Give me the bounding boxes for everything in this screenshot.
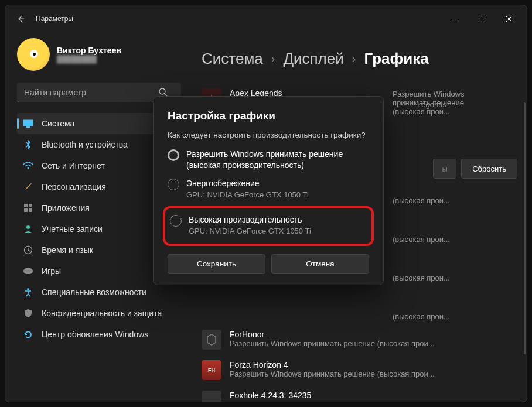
app-icon	[202, 391, 221, 402]
app-row[interactable]: (высокая прои...	[393, 312, 504, 321]
option-label: Энергосбережение	[186, 178, 309, 189]
nav-label: Учетные записи	[42, 224, 103, 234]
app-row[interactable]: (высокая прои...	[393, 235, 504, 244]
shield-icon	[23, 308, 33, 319]
nav-label: Приложения	[42, 203, 90, 213]
app-description: Разрешить Windows принимать решение (выс…	[230, 339, 435, 348]
radio-icon	[168, 149, 179, 161]
radio-icon	[168, 179, 179, 190]
nav-privacy[interactable]: Конфиденциальность и защита	[17, 303, 179, 324]
option-gpu: GPU: NVIDIA GeForce GTX 1050 Ti	[189, 227, 311, 235]
dialog-title: Настройка графики	[168, 110, 369, 122]
game-icon	[23, 266, 33, 276]
options-button[interactable]: ы	[433, 159, 456, 179]
crumb-display[interactable]: Дисплей	[283, 50, 343, 68]
app-extra: Legends	[417, 100, 446, 109]
app-name: ForHonor	[230, 330, 435, 339]
window-title: Параметры	[36, 15, 73, 23]
nav-label: Bluetooth и устройства	[42, 140, 128, 149]
svg-point-14	[26, 225, 30, 229]
app-description: Разрешить Windows принимать решение (выс…	[230, 370, 435, 378]
avatar	[17, 38, 50, 71]
chevron-right-icon: ›	[271, 52, 275, 66]
option-label: Высокая производительность	[189, 214, 311, 225]
nav-label: Сеть и Интернет	[42, 161, 105, 170]
clock-icon	[23, 245, 33, 255]
app-row[interactable]: ForHonorРазрешить Windows принимать реше…	[202, 330, 500, 350]
option-gpu: GPU: NVIDIA GeForce GTX 1050 Ti	[186, 190, 309, 199]
bluetooth-icon	[23, 139, 33, 150]
app-description: (высокая прои...	[393, 273, 450, 282]
app-row[interactable]: Foxhole.4.24.3: 34235	[202, 391, 500, 402]
svg-point-19	[27, 288, 29, 290]
graphics-preference-dialog: Настройка графики Как следует настроить …	[153, 96, 384, 285]
app-row[interactable]: FH Forza Horizon 4Разрешить Windows прин…	[202, 360, 500, 380]
option-power-saving[interactable]: ЭнергосбережениеGPU: NVIDIA GeForce GTX …	[168, 178, 369, 199]
svg-point-5	[159, 88, 165, 94]
accessibility-icon	[23, 287, 33, 297]
app-row[interactable]: (высокая прои...	[393, 273, 504, 282]
app-description: (высокая прои...	[393, 196, 450, 205]
svg-rect-11	[29, 204, 32, 207]
back-button[interactable]	[13, 12, 28, 26]
minimize-button[interactable]	[441, 9, 468, 28]
apps-icon	[23, 203, 33, 213]
app-description: (высокая прои...	[393, 235, 450, 244]
svg-rect-7	[23, 120, 33, 126]
svg-line-17	[28, 250, 30, 251]
radio-icon	[170, 215, 182, 227]
breadcrumb: Система › Дисплей › Графика	[202, 50, 521, 68]
desktop-icon	[23, 118, 33, 129]
brush-icon	[23, 182, 33, 192]
dialog-question: Как следует настроить производительность…	[168, 131, 369, 139]
chevron-right-icon: ›	[352, 52, 356, 66]
nav-label: Персонализация	[42, 182, 106, 191]
nav-label: Система	[42, 119, 74, 128]
nav-label: Конфиденциальность и защита	[42, 309, 162, 318]
option-label: Разрешить Windows принимать решение (выс…	[186, 149, 369, 171]
cancel-button[interactable]: Отмена	[271, 254, 369, 274]
nav-label: Специальные возможности	[42, 288, 146, 297]
svg-rect-10	[24, 204, 28, 207]
svg-rect-12	[24, 208, 28, 212]
wifi-icon	[23, 160, 33, 171]
reset-button[interactable]: Сбросить	[461, 159, 517, 179]
user-email: ████████	[57, 55, 121, 63]
user-name: Виктор Бухтеев	[57, 46, 121, 55]
app-row[interactable]: (высокая прои...	[393, 196, 504, 205]
update-icon	[23, 329, 33, 340]
app-name: Forza Horizon 4	[230, 360, 435, 370]
highlight-annotation: Высокая производительностьGPU: NVIDIA Ge…	[163, 206, 374, 246]
save-button[interactable]: Сохранить	[168, 254, 265, 274]
nav-windows-update[interactable]: Центр обновления Windows	[17, 324, 179, 345]
scrollbar[interactable]	[524, 102, 526, 354]
crumb-graphics: Графика	[364, 50, 428, 68]
svg-rect-18	[23, 268, 33, 274]
svg-rect-8	[26, 126, 30, 128]
maximize-button[interactable]	[468, 9, 495, 28]
app-icon	[202, 330, 221, 350]
option-high-performance[interactable]: Высокая производительностьGPU: NVIDIA Ge…	[170, 214, 364, 235]
user-account[interactable]: Виктор Бухтеев ████████	[17, 38, 179, 71]
app-description: (высокая прои...	[393, 312, 450, 321]
svg-rect-2	[479, 16, 485, 22]
option-let-windows-decide[interactable]: Разрешить Windows принимать решение (выс…	[168, 149, 369, 171]
user-icon	[23, 224, 33, 234]
nav-label: Игры	[42, 266, 61, 276]
crumb-system[interactable]: Система	[202, 50, 263, 68]
nav-label: Центр обновления Windows	[42, 330, 148, 339]
nav-accessibility[interactable]: Специальные возможности	[17, 282, 179, 303]
svg-point-9	[28, 167, 29, 169]
svg-rect-13	[29, 208, 32, 212]
close-button[interactable]	[495, 9, 522, 28]
nav-label: Время и язык	[42, 245, 93, 255]
app-icon: FH	[202, 360, 221, 380]
app-name: Foxhole.4.24.3: 34235	[230, 391, 311, 400]
